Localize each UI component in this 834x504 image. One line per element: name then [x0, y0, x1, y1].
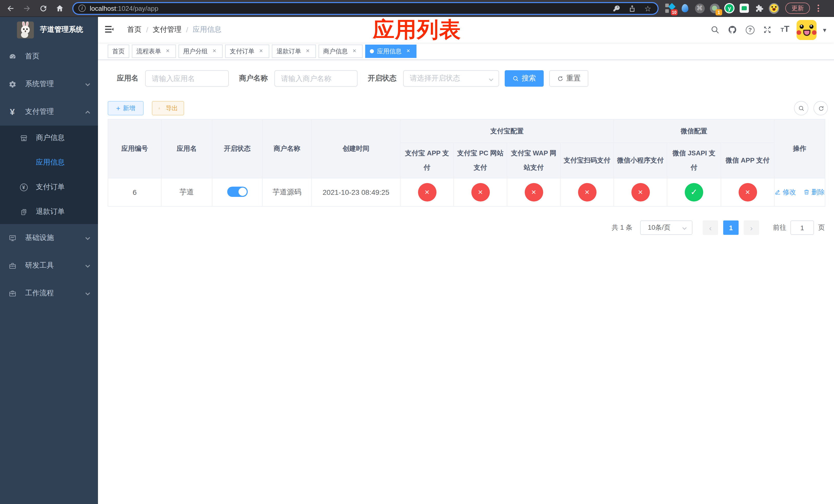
- cell-alipay-wap: ×: [507, 178, 561, 206]
- browser-home-icon[interactable]: [53, 2, 66, 14]
- tab-user-group[interactable]: 用户分组×: [178, 45, 223, 58]
- chevron-down-icon: [682, 225, 687, 231]
- add-button[interactable]: +新增: [108, 101, 144, 115]
- col-header-app-id: 应用编号: [108, 119, 161, 178]
- help-icon[interactable]: ?: [745, 24, 756, 36]
- sidebar-item-dev-tools[interactable]: 研发工具: [0, 252, 98, 279]
- close-icon[interactable]: ×: [258, 48, 265, 55]
- browser-profile-avatar[interactable]: [769, 3, 779, 13]
- chat-extension-icon[interactable]: [739, 3, 749, 13]
- page-size-select[interactable]: 10条/页: [640, 221, 693, 235]
- status-select[interactable]: 请选择开启状态: [403, 70, 499, 87]
- prev-page-button[interactable]: ‹: [703, 221, 718, 235]
- tags-view-bar: 首页 流程表单× 用户分组× 支付订单× 退款订单× 商户信息× 应用信息×: [98, 43, 834, 60]
- dashboard-icon: [8, 52, 16, 61]
- tab-refund-orders[interactable]: 退款订单×: [272, 45, 316, 58]
- close-icon[interactable]: ×: [304, 48, 311, 55]
- browser-update-button[interactable]: 更新: [785, 3, 810, 14]
- toolbox-icon: [8, 261, 16, 270]
- avatar-caret-down-icon[interactable]: ▾: [823, 26, 826, 33]
- font-size-icon[interactable]: TT: [780, 24, 791, 36]
- close-icon[interactable]: ×: [164, 48, 171, 55]
- app-table: 应用编号 应用名 开启状态 商户名称 创建时间 支付宝配置 微信配置 操作 支付…: [108, 119, 825, 207]
- edit-link[interactable]: 修改: [774, 188, 796, 197]
- recorder-extension-icon[interactable]: 1: [709, 3, 720, 13]
- sidebar-item-infrastructure[interactable]: 基础设施: [0, 224, 98, 252]
- tab-home[interactable]: 首页: [108, 45, 129, 58]
- chevron-down-icon: [85, 290, 91, 296]
- cell-wx-jsapi: ✓: [667, 178, 721, 206]
- sidebar-item-merchant-info[interactable]: 商户信息: [0, 125, 98, 150]
- breadcrumb-current: 应用信息: [193, 25, 222, 35]
- reset-button[interactable]: 重置: [549, 70, 588, 87]
- navbar-actions: ? TT ▾: [710, 17, 826, 43]
- close-icon[interactable]: ×: [351, 48, 358, 55]
- top-navbar: 首页 / 支付管理 / 应用信息 应用列表 ?: [98, 17, 834, 43]
- browser-forward-icon[interactable]: [21, 2, 33, 14]
- bookmark-star-icon[interactable]: ☆: [643, 4, 653, 13]
- monitor-chart-icon: [8, 234, 16, 242]
- filter-form: 应用名 商户名称 开启状态 请选择开启状态 搜索: [117, 70, 588, 87]
- alipay-qr-status-icon: ×: [578, 183, 596, 202]
- next-page-button[interactable]: ›: [744, 221, 759, 235]
- goto-page-input[interactable]: [790, 221, 814, 235]
- sidebar-item-system[interactable]: 系统管理: [0, 70, 98, 98]
- url-text[interactable]: localhost:1024/pay/app: [90, 4, 605, 12]
- tab-process-form[interactable]: 流程表单×: [132, 45, 176, 58]
- export-button[interactable]: 导出: [152, 101, 184, 115]
- github-icon[interactable]: [727, 24, 738, 36]
- fullscreen-icon[interactable]: [762, 24, 773, 36]
- cell-app-id: 6: [108, 178, 161, 206]
- app-logo-row[interactable]: 芋道管理系统: [0, 17, 98, 43]
- share-icon[interactable]: [627, 4, 637, 13]
- command-extension-icon[interactable]: ⌘: [695, 3, 705, 13]
- sidebar-item-home[interactable]: 首页: [0, 43, 98, 70]
- status-toggle[interactable]: [227, 186, 247, 197]
- balloon-extension-icon[interactable]: [680, 3, 690, 13]
- wechat-jsapi-status-icon: ✓: [685, 183, 703, 202]
- extensions-puzzle-icon[interactable]: [754, 3, 764, 13]
- extensions-area: 10 ⌘ 1 y: [665, 3, 779, 13]
- sidebar-item-pay-orders[interactable]: ¥ 支付订单: [0, 175, 98, 200]
- extension-badge: 1: [716, 9, 722, 15]
- sidebar-item-app-info[interactable]: 应用信息: [0, 150, 98, 175]
- browser-back-icon[interactable]: [4, 2, 16, 14]
- breadcrumb-home[interactable]: 首页: [127, 25, 141, 35]
- tampermonkey-extension-icon[interactable]: 10: [665, 3, 675, 13]
- breadcrumb-separator: /: [186, 26, 188, 34]
- search-icon[interactable]: [710, 24, 721, 36]
- app-name-input[interactable]: [145, 70, 229, 87]
- merchant-name-input[interactable]: [275, 70, 357, 87]
- password-key-icon[interactable]: [611, 4, 621, 13]
- pagination: 共 1 条 10条/页 ‹ 1 › 前往 页: [612, 221, 825, 235]
- delete-link[interactable]: 删除: [803, 188, 825, 197]
- tab-app-info[interactable]: 应用信息×: [365, 45, 416, 58]
- alipay-pc-status-icon: ×: [471, 183, 489, 202]
- user-avatar[interactable]: [797, 20, 817, 40]
- close-icon[interactable]: ×: [211, 48, 218, 55]
- sidebar-item-workflow[interactable]: 工作流程: [0, 279, 98, 307]
- cell-alipay-qr: ×: [561, 178, 614, 206]
- cell-actions: 修改 删除: [774, 178, 825, 206]
- address-bar[interactable]: i localhost:1024/pay/app ☆: [72, 2, 659, 15]
- close-icon[interactable]: ×: [405, 48, 412, 55]
- tab-merchant-info[interactable]: 商户信息×: [319, 45, 363, 58]
- search-button[interactable]: 搜索: [505, 70, 544, 87]
- sidebar-item-refund-orders[interactable]: 退款订单: [0, 200, 98, 224]
- hide-search-button[interactable]: [794, 101, 808, 115]
- sidebar-collapse-icon[interactable]: [105, 25, 115, 35]
- col-header-wx-lite: 微信小程序支付: [614, 143, 667, 178]
- breadcrumb: 首页 / 支付管理 / 应用信息: [127, 25, 222, 35]
- browser-menu-icon[interactable]: [814, 5, 822, 12]
- refresh-button[interactable]: [813, 101, 828, 115]
- merchant-name-label: 商户名称: [239, 74, 268, 83]
- breadcrumb-payment[interactable]: 支付管理: [153, 25, 181, 35]
- page-1-button[interactable]: 1: [723, 221, 739, 235]
- site-info-icon[interactable]: i: [79, 5, 86, 12]
- cell-wx-lite: ×: [614, 178, 667, 206]
- browser-reload-icon[interactable]: [37, 2, 49, 14]
- sidebar-item-payment[interactable]: ¥ 支付管理: [0, 98, 98, 125]
- col-header-alipay-pc: 支付宝 PC 网站支付: [454, 143, 507, 178]
- tab-pay-orders[interactable]: 支付订单×: [225, 45, 269, 58]
- yuque-extension-icon[interactable]: y: [724, 3, 734, 13]
